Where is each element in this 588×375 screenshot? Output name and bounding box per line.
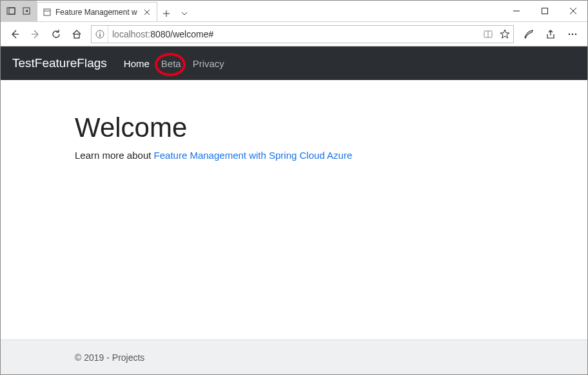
sidebar-toggle-icon[interactable] — [3, 3, 19, 19]
reading-view-icon[interactable] — [480, 26, 496, 43]
set-aside-tabs-icon[interactable] — [19, 3, 34, 19]
page-title: Welcome — [75, 112, 513, 143]
footer-text: © 2019 - Projects — [75, 352, 513, 363]
browser-tab[interactable]: Feature Management w — [37, 2, 157, 21]
svg-rect-1 — [9, 8, 15, 14]
window-titlebar: Feature Management w — [1, 1, 587, 22]
tab-title: Feature Management w — [55, 8, 137, 17]
svg-marker-21 — [500, 30, 509, 38]
back-button[interactable] — [5, 24, 25, 45]
nav-link-beta[interactable]: Beta — [161, 58, 181, 69]
more-icon[interactable] — [562, 24, 583, 45]
lead-prefix: Learn more about — [75, 150, 154, 161]
nav-link-beta-label: Beta — [161, 58, 181, 69]
maximize-button[interactable] — [531, 1, 559, 21]
svg-rect-3 — [44, 9, 50, 15]
notes-icon[interactable] — [518, 24, 540, 45]
svg-point-23 — [569, 33, 570, 34]
page-footer: © 2019 - Projects — [1, 340, 587, 374]
refresh-button[interactable] — [46, 24, 66, 45]
minimize-button[interactable] — [502, 1, 531, 21]
app-navbar: TestFeatureFlags Home Beta Privacy — [1, 46, 587, 80]
svg-point-25 — [575, 33, 576, 34]
home-button[interactable] — [66, 24, 87, 45]
address-right-icons — [480, 26, 513, 43]
nav-link-privacy[interactable]: Privacy — [193, 58, 224, 69]
address-bar[interactable]: localhost:8080/welcome# — [91, 25, 514, 43]
brand-title[interactable]: TestFeatureFlags — [12, 56, 107, 70]
site-info-icon[interactable] — [92, 26, 108, 43]
tab-actions-chevron-icon[interactable] — [175, 3, 193, 21]
toolbar: localhost:8080/welcome# — [1, 22, 587, 46]
lead-link[interactable]: Feature Management with Spring Cloud Azu… — [154, 150, 353, 161]
svg-point-24 — [572, 33, 573, 34]
close-tab-icon[interactable] — [142, 8, 152, 17]
forward-button[interactable] — [25, 24, 46, 45]
nav-link-home[interactable]: Home — [124, 58, 150, 69]
titlebar-left-controls — [1, 1, 37, 21]
svg-point-17 — [99, 32, 101, 33]
favorite-star-icon[interactable] — [496, 26, 513, 43]
share-icon[interactable] — [540, 24, 562, 45]
page-content: Welcome Learn more about Feature Managem… — [1, 80, 587, 340]
page-icon — [43, 8, 52, 17]
svg-rect-0 — [7, 8, 15, 14]
svg-rect-10 — [542, 8, 548, 14]
tab-strip: Feature Management w — [37, 1, 502, 21]
close-window-button[interactable] — [559, 1, 587, 21]
window-controls — [502, 1, 587, 21]
url-host: localhost: — [112, 29, 150, 39]
svg-rect-15 — [74, 34, 79, 38]
url-text[interactable]: localhost:8080/welcome# — [108, 29, 480, 39]
url-path: 8080/welcome# — [150, 29, 213, 39]
lead-paragraph: Learn more about Feature Management with… — [75, 150, 513, 161]
content-container: Welcome Learn more about Feature Managem… — [75, 80, 513, 161]
new-tab-button[interactable] — [157, 3, 175, 21]
